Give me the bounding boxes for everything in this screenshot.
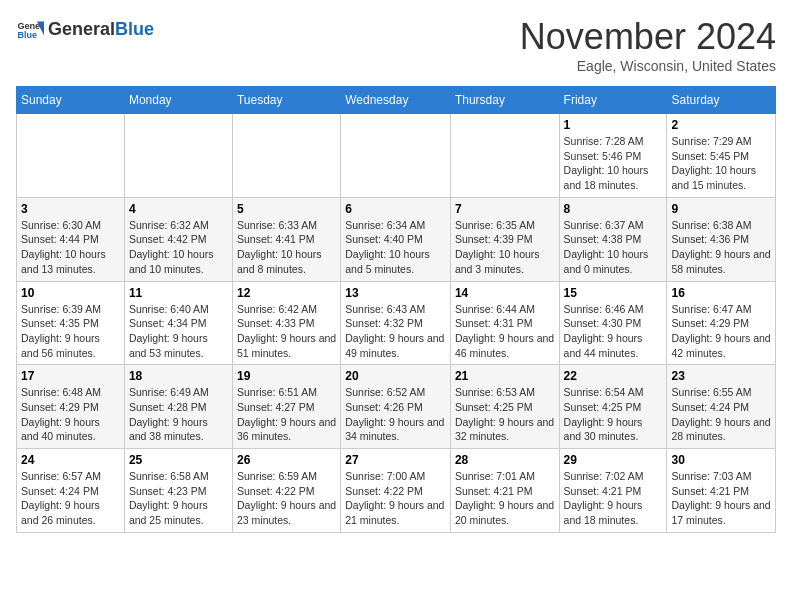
- day-number: 13: [345, 286, 446, 300]
- calendar-cell: 16Sunrise: 6:47 AMSunset: 4:29 PMDayligh…: [667, 281, 776, 365]
- calendar-cell: 11Sunrise: 6:40 AMSunset: 4:34 PMDayligh…: [124, 281, 232, 365]
- day-info: Sunrise: 6:49 AMSunset: 4:28 PMDaylight:…: [129, 385, 228, 444]
- calendar-cell: [450, 114, 559, 198]
- day-info: Sunrise: 6:54 AMSunset: 4:25 PMDaylight:…: [564, 385, 663, 444]
- day-number: 2: [671, 118, 771, 132]
- calendar-cell: [124, 114, 232, 198]
- day-info: Sunrise: 6:52 AMSunset: 4:26 PMDaylight:…: [345, 385, 446, 444]
- day-number: 19: [237, 369, 336, 383]
- day-info: Sunrise: 6:59 AMSunset: 4:22 PMDaylight:…: [237, 469, 336, 528]
- day-info: Sunrise: 6:47 AMSunset: 4:29 PMDaylight:…: [671, 302, 771, 361]
- day-number: 22: [564, 369, 663, 383]
- day-info: Sunrise: 7:01 AMSunset: 4:21 PMDaylight:…: [455, 469, 555, 528]
- day-number: 10: [21, 286, 120, 300]
- day-number: 30: [671, 453, 771, 467]
- calendar-cell: [341, 114, 451, 198]
- logo-general-text: General: [48, 19, 115, 39]
- day-number: 21: [455, 369, 555, 383]
- calendar-cell: 8Sunrise: 6:37 AMSunset: 4:38 PMDaylight…: [559, 197, 667, 281]
- day-info: Sunrise: 6:48 AMSunset: 4:29 PMDaylight:…: [21, 385, 120, 444]
- logo: General Blue GeneralBlue: [16, 16, 154, 44]
- weekday-header: Thursday: [450, 87, 559, 114]
- day-info: Sunrise: 7:28 AMSunset: 5:46 PMDaylight:…: [564, 134, 663, 193]
- calendar-table: SundayMondayTuesdayWednesdayThursdayFrid…: [16, 86, 776, 533]
- day-info: Sunrise: 7:03 AMSunset: 4:21 PMDaylight:…: [671, 469, 771, 528]
- calendar-cell: 18Sunrise: 6:49 AMSunset: 4:28 PMDayligh…: [124, 365, 232, 449]
- calendar-cell: 23Sunrise: 6:55 AMSunset: 4:24 PMDayligh…: [667, 365, 776, 449]
- calendar-cell: 7Sunrise: 6:35 AMSunset: 4:39 PMDaylight…: [450, 197, 559, 281]
- month-title: November 2024: [520, 16, 776, 58]
- day-info: Sunrise: 6:33 AMSunset: 4:41 PMDaylight:…: [237, 218, 336, 277]
- day-number: 4: [129, 202, 228, 216]
- calendar-cell: 27Sunrise: 7:00 AMSunset: 4:22 PMDayligh…: [341, 449, 451, 533]
- calendar-cell: 6Sunrise: 6:34 AMSunset: 4:40 PMDaylight…: [341, 197, 451, 281]
- day-number: 26: [237, 453, 336, 467]
- day-number: 18: [129, 369, 228, 383]
- calendar-cell: 21Sunrise: 6:53 AMSunset: 4:25 PMDayligh…: [450, 365, 559, 449]
- day-number: 15: [564, 286, 663, 300]
- calendar-week-row: 10Sunrise: 6:39 AMSunset: 4:35 PMDayligh…: [17, 281, 776, 365]
- calendar-cell: 5Sunrise: 6:33 AMSunset: 4:41 PMDaylight…: [232, 197, 340, 281]
- calendar-cell: 26Sunrise: 6:59 AMSunset: 4:22 PMDayligh…: [232, 449, 340, 533]
- calendar-week-row: 3Sunrise: 6:30 AMSunset: 4:44 PMDaylight…: [17, 197, 776, 281]
- day-info: Sunrise: 6:58 AMSunset: 4:23 PMDaylight:…: [129, 469, 228, 528]
- weekday-header: Wednesday: [341, 87, 451, 114]
- calendar-cell: [232, 114, 340, 198]
- day-info: Sunrise: 6:39 AMSunset: 4:35 PMDaylight:…: [21, 302, 120, 361]
- calendar-cell: 3Sunrise: 6:30 AMSunset: 4:44 PMDaylight…: [17, 197, 125, 281]
- calendar-cell: 22Sunrise: 6:54 AMSunset: 4:25 PMDayligh…: [559, 365, 667, 449]
- calendar-cell: 19Sunrise: 6:51 AMSunset: 4:27 PMDayligh…: [232, 365, 340, 449]
- day-number: 3: [21, 202, 120, 216]
- calendar-week-row: 1Sunrise: 7:28 AMSunset: 5:46 PMDaylight…: [17, 114, 776, 198]
- calendar-cell: 20Sunrise: 6:52 AMSunset: 4:26 PMDayligh…: [341, 365, 451, 449]
- day-info: Sunrise: 6:44 AMSunset: 4:31 PMDaylight:…: [455, 302, 555, 361]
- day-number: 16: [671, 286, 771, 300]
- day-info: Sunrise: 6:32 AMSunset: 4:42 PMDaylight:…: [129, 218, 228, 277]
- day-number: 5: [237, 202, 336, 216]
- logo-blue-text: Blue: [115, 19, 154, 39]
- calendar-cell: 10Sunrise: 6:39 AMSunset: 4:35 PMDayligh…: [17, 281, 125, 365]
- day-info: Sunrise: 6:38 AMSunset: 4:36 PMDaylight:…: [671, 218, 771, 277]
- calendar-cell: 28Sunrise: 7:01 AMSunset: 4:21 PMDayligh…: [450, 449, 559, 533]
- day-info: Sunrise: 6:35 AMSunset: 4:39 PMDaylight:…: [455, 218, 555, 277]
- day-info: Sunrise: 6:40 AMSunset: 4:34 PMDaylight:…: [129, 302, 228, 361]
- title-area: November 2024 Eagle, Wisconsin, United S…: [520, 16, 776, 74]
- svg-text:Blue: Blue: [17, 30, 37, 40]
- day-number: 23: [671, 369, 771, 383]
- logo-icon: General Blue: [16, 16, 44, 44]
- calendar-cell: 1Sunrise: 7:28 AMSunset: 5:46 PMDaylight…: [559, 114, 667, 198]
- day-number: 24: [21, 453, 120, 467]
- day-info: Sunrise: 6:55 AMSunset: 4:24 PMDaylight:…: [671, 385, 771, 444]
- weekday-header-row: SundayMondayTuesdayWednesdayThursdayFrid…: [17, 87, 776, 114]
- weekday-header: Monday: [124, 87, 232, 114]
- calendar-week-row: 17Sunrise: 6:48 AMSunset: 4:29 PMDayligh…: [17, 365, 776, 449]
- calendar-cell: 14Sunrise: 6:44 AMSunset: 4:31 PMDayligh…: [450, 281, 559, 365]
- day-number: 17: [21, 369, 120, 383]
- day-number: 9: [671, 202, 771, 216]
- calendar-cell: 2Sunrise: 7:29 AMSunset: 5:45 PMDaylight…: [667, 114, 776, 198]
- day-number: 7: [455, 202, 555, 216]
- calendar-cell: 9Sunrise: 6:38 AMSunset: 4:36 PMDaylight…: [667, 197, 776, 281]
- calendar-cell: 29Sunrise: 7:02 AMSunset: 4:21 PMDayligh…: [559, 449, 667, 533]
- calendar-cell: 25Sunrise: 6:58 AMSunset: 4:23 PMDayligh…: [124, 449, 232, 533]
- day-info: Sunrise: 6:37 AMSunset: 4:38 PMDaylight:…: [564, 218, 663, 277]
- day-info: Sunrise: 6:43 AMSunset: 4:32 PMDaylight:…: [345, 302, 446, 361]
- day-number: 20: [345, 369, 446, 383]
- calendar-cell: 13Sunrise: 6:43 AMSunset: 4:32 PMDayligh…: [341, 281, 451, 365]
- day-info: Sunrise: 6:46 AMSunset: 4:30 PMDaylight:…: [564, 302, 663, 361]
- day-number: 29: [564, 453, 663, 467]
- day-info: Sunrise: 6:30 AMSunset: 4:44 PMDaylight:…: [21, 218, 120, 277]
- weekday-header: Friday: [559, 87, 667, 114]
- location-text: Eagle, Wisconsin, United States: [520, 58, 776, 74]
- day-info: Sunrise: 7:00 AMSunset: 4:22 PMDaylight:…: [345, 469, 446, 528]
- day-number: 27: [345, 453, 446, 467]
- calendar-cell: 30Sunrise: 7:03 AMSunset: 4:21 PMDayligh…: [667, 449, 776, 533]
- day-number: 8: [564, 202, 663, 216]
- day-info: Sunrise: 7:02 AMSunset: 4:21 PMDaylight:…: [564, 469, 663, 528]
- calendar-week-row: 24Sunrise: 6:57 AMSunset: 4:24 PMDayligh…: [17, 449, 776, 533]
- calendar-cell: [17, 114, 125, 198]
- day-info: Sunrise: 7:29 AMSunset: 5:45 PMDaylight:…: [671, 134, 771, 193]
- day-number: 28: [455, 453, 555, 467]
- calendar-cell: 15Sunrise: 6:46 AMSunset: 4:30 PMDayligh…: [559, 281, 667, 365]
- day-info: Sunrise: 6:34 AMSunset: 4:40 PMDaylight:…: [345, 218, 446, 277]
